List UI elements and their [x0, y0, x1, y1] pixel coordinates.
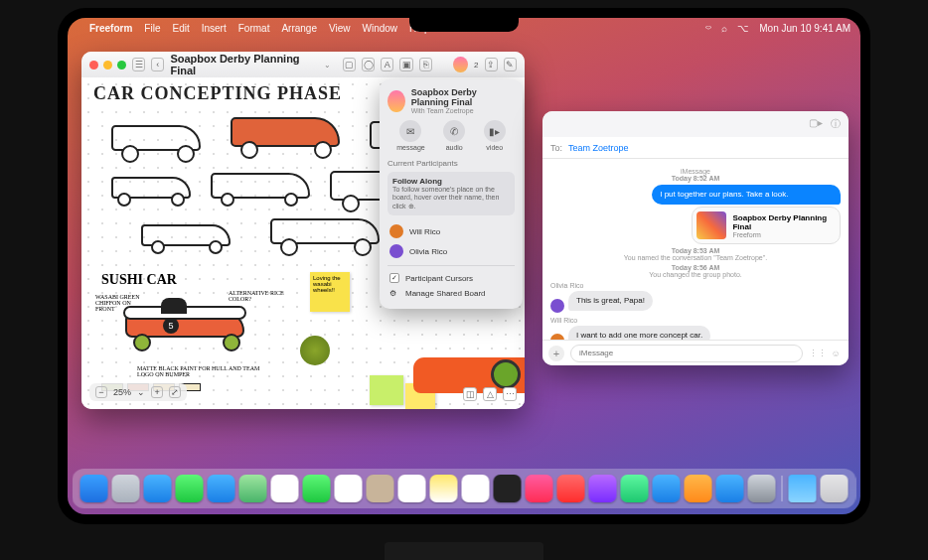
timestamp: iMessage	[681, 168, 710, 175]
collaborator-avatar[interactable]	[453, 57, 468, 72]
menu-file[interactable]: File	[144, 23, 160, 34]
dock-app-pages[interactable]	[685, 475, 712, 502]
dock-app-photos[interactable]	[271, 475, 299, 502]
close-button[interactable]	[89, 61, 98, 70]
follow-along-card: Follow Along To follow someone's place o…	[387, 172, 515, 215]
zoom-in-button[interactable]: +	[151, 386, 163, 398]
share-button[interactable]: ⇪	[485, 58, 498, 71]
wifi-icon[interactable]: ⌔	[705, 23, 711, 34]
title-chevron-icon[interactable]: ⌄	[324, 61, 331, 70]
sushi-car-label: SUSHI CAR	[101, 272, 177, 288]
message-action[interactable]: ✉︎message	[396, 120, 424, 151]
participant-row[interactable]: Olivia Rico	[387, 241, 515, 261]
dock-app-reminders[interactable]	[398, 475, 426, 502]
spotlight-icon[interactable]: ⌕	[721, 23, 727, 34]
dock-app-appstore[interactable]	[716, 475, 744, 502]
menu-view[interactable]: View	[329, 23, 351, 34]
dock-app-mail[interactable]	[208, 475, 235, 502]
messages-window: ▢▸ ⓘ To: Team Zoetrope iMessageToday 8:5…	[542, 111, 849, 365]
dock-app-launchpad[interactable]	[112, 475, 140, 502]
dock-app-podcasts[interactable]	[589, 475, 617, 502]
car-number-badge: 5	[163, 318, 179, 334]
board-title[interactable]: Soapbox Derby Planning Final	[170, 53, 317, 76]
annotation-wasabi: WASABI GREEN CHIFFON ON FRONT	[95, 294, 151, 312]
audio-message-icon[interactable]: ⋮⋮	[809, 349, 823, 358]
incoming-message[interactable]: I want to add one more concept car.	[568, 326, 710, 340]
dock-app-numbers[interactable]	[621, 475, 649, 502]
system-message: You changed the group photo.	[649, 271, 742, 278]
dock-app-notes[interactable]	[430, 475, 458, 502]
dock-trash[interactable]	[821, 475, 849, 502]
zoom-out-button[interactable]: −	[95, 386, 107, 398]
dock-app-safari[interactable]	[144, 475, 172, 502]
media-tool-icon[interactable]: ▣	[399, 58, 412, 71]
menu-format[interactable]: Format	[238, 23, 270, 34]
dock-app-news[interactable]	[557, 475, 585, 502]
message-thread[interactable]: iMessageToday 8:52 AM I put together our…	[542, 159, 849, 340]
to-label: To:	[550, 143, 562, 153]
facetime-video-icon[interactable]: ▢▸	[809, 117, 823, 131]
avatar	[389, 244, 403, 258]
menu-insert[interactable]: Insert	[202, 23, 227, 34]
dock-app-facetime[interactable]	[303, 475, 331, 502]
dock-app-music[interactable]	[526, 475, 553, 502]
back-button[interactable]: ‹	[151, 58, 164, 71]
new-board-icon[interactable]: ✎	[504, 58, 517, 71]
dock-app-messages[interactable]	[176, 475, 204, 502]
text-tool-icon[interactable]: A	[381, 58, 393, 71]
navigator-icon[interactable]: △	[483, 387, 497, 401]
manage-shared-board[interactable]: ⚙︎ Manage Shared Board	[387, 286, 515, 301]
dock-downloads[interactable]	[789, 475, 817, 502]
sticky-note[interactable]: Loving the wasabi wheels!!	[310, 272, 350, 312]
zoom-fit-button[interactable]: ⤢	[169, 386, 181, 398]
shape-tool-icon[interactable]: ◯	[362, 58, 375, 71]
message-input[interactable]	[570, 345, 803, 362]
sticky-note-2[interactable]	[370, 375, 403, 405]
video-icon: ▮▸	[484, 120, 506, 142]
video-action[interactable]: ▮▸video	[484, 120, 506, 151]
menu-window[interactable]: Window	[362, 23, 397, 34]
dock-app-tv[interactable]	[494, 475, 522, 502]
zoom-chevron-icon[interactable]: ⌄	[137, 387, 145, 397]
menu-edit[interactable]: Edit	[172, 23, 189, 34]
dock-app-maps[interactable]	[239, 475, 267, 502]
board-icon	[387, 90, 405, 112]
dock	[73, 469, 856, 508]
dock-app-freeform[interactable]	[462, 475, 490, 502]
control-center-icon[interactable]: ⌥	[737, 23, 749, 34]
annotation-alt: ALTERNATIVE RICE COLOR?	[229, 290, 284, 302]
scenes-icon[interactable]: ◫	[463, 387, 477, 401]
collaborator-count: 2	[474, 61, 478, 70]
sidebar-toggle-icon[interactable]: ☰	[132, 58, 145, 71]
participant-row[interactable]: Will Rico	[387, 221, 515, 241]
participant-cursors-toggle[interactable]: ✓ Participant Cursors	[387, 270, 515, 286]
popover-title: Soapbox Derby Planning Final	[411, 87, 515, 107]
timestamp: Today 8:52 AM	[672, 175, 720, 182]
apps-button[interactable]: +	[548, 346, 564, 361]
app-menu[interactable]: Freeform	[89, 23, 132, 34]
attachment-card[interactable]: Soapbox Derby Planning Final Freeform	[692, 207, 841, 244]
zoom-percent[interactable]: 25%	[113, 387, 131, 397]
info-icon[interactable]: ⓘ	[831, 117, 841, 131]
clock[interactable]: Mon Jun 10 9:41 AM	[759, 23, 851, 34]
menu-arrange[interactable]: Arrange	[281, 23, 317, 34]
dock-app-settings[interactable]	[748, 475, 776, 502]
incoming-message[interactable]: This is great, Papa!	[568, 291, 653, 311]
emoji-picker-icon[interactable]: ☺︎	[829, 349, 843, 358]
to-field: To: Team Zoetrope	[542, 137, 849, 159]
sticky-tool-icon[interactable]: ▢	[343, 58, 356, 71]
audio-action[interactable]: ✆audio	[443, 120, 465, 151]
more-icon[interactable]: ⋯	[503, 387, 517, 401]
compose-bar: + ⋮⋮ ☺︎	[542, 340, 849, 365]
sender-name: Olivia Rico	[550, 282, 841, 289]
dock-app-keynote[interactable]	[653, 475, 681, 502]
gear-icon: ⚙︎	[389, 289, 399, 298]
dock-app-finder[interactable]	[80, 475, 108, 502]
dock-app-calendar[interactable]	[335, 475, 363, 502]
outgoing-message[interactable]: I put together our plans. Take a look.	[652, 185, 841, 205]
dock-app-contacts[interactable]	[367, 475, 394, 502]
minimize-button[interactable]	[103, 61, 112, 70]
file-tool-icon[interactable]: ⎘	[419, 58, 432, 71]
zoom-button[interactable]	[117, 61, 126, 70]
recipient-chip[interactable]: Team Zoetrope	[568, 143, 629, 153]
